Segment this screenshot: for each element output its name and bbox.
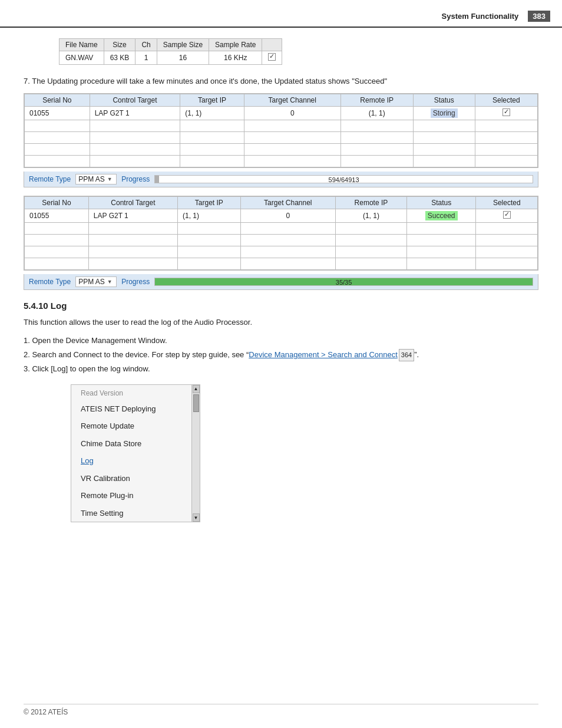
log-menu-item-vr[interactable]: VR Calibration bbox=[71, 470, 200, 487]
t2-status-col: Status bbox=[406, 196, 476, 209]
t1-targetip-cell: (1, 1) bbox=[180, 106, 244, 120]
scrollbar-up[interactable]: ▲ bbox=[193, 385, 200, 393]
file-table-wrapper: File Name Size Ch Sample Size Sample Rat… bbox=[59, 38, 538, 65]
t1-remoteip-col: Remote IP bbox=[340, 94, 413, 106]
t1-checkbox[interactable] bbox=[503, 108, 510, 116]
step2-suffix: ”. bbox=[414, 350, 419, 359]
status-badge-storing: Storing bbox=[431, 108, 458, 118]
page-header: System Functionality 383 bbox=[0, 0, 562, 28]
progress-text2: 35/35 bbox=[155, 278, 533, 286]
log-menu-item-plugin[interactable]: Remote Plug-in bbox=[71, 487, 200, 505]
remote-type-row1: Remote Type PPM AS ▼ Progress 594/64913 bbox=[24, 172, 538, 187]
sample-rate-cell: 16 KHz bbox=[209, 51, 262, 65]
log-menu-item-ateis[interactable]: ATEIS NET Deploying bbox=[71, 400, 200, 418]
t2-control-cell: LAP G2T 1 bbox=[88, 209, 177, 222]
dropdown-arrow2: ▼ bbox=[107, 279, 113, 285]
table1-section: Serial No Control Target Target IP Targe… bbox=[24, 93, 538, 187]
log-menu-item-time[interactable]: Time Setting bbox=[71, 505, 200, 522]
t2-serial-cell: 01055 bbox=[25, 209, 89, 222]
log-menu-wrapper: Read Version ATEIS NET Deploying Remote … bbox=[71, 384, 538, 523]
table-row bbox=[25, 131, 538, 143]
table-row bbox=[25, 222, 538, 234]
t1-control-col: Control Target bbox=[90, 94, 180, 106]
remote-type-select2[interactable]: PPM AS ▼ bbox=[75, 276, 117, 287]
file-name-cell: GN.WAV bbox=[59, 51, 104, 65]
progress-label2: Progress bbox=[121, 278, 150, 286]
remote-type-value1: PPM AS bbox=[78, 175, 105, 183]
table-row bbox=[25, 155, 538, 167]
log-menu: Read Version ATEIS NET Deploying Remote … bbox=[71, 384, 200, 523]
file-table-row: GN.WAV 63 KB 1 16 16 KHz bbox=[59, 51, 282, 65]
log-menu-item-readversion: Read Version bbox=[71, 385, 200, 400]
t2-control-col: Control Target bbox=[88, 196, 177, 209]
t1-remoteip-cell: (1, 1) bbox=[340, 106, 413, 120]
section-heading-log: 5.4.10 Log bbox=[24, 301, 538, 311]
scrollbar: ▲ ▼ bbox=[191, 385, 200, 522]
t2-targetip-col: Target IP bbox=[177, 196, 240, 209]
device-table2-wrapper: Serial No Control Target Target IP Targe… bbox=[24, 196, 538, 271]
t1-status-cell: Storing bbox=[413, 106, 475, 120]
t2-status-cell: Succeed bbox=[406, 209, 476, 222]
log-menu-item-chime[interactable]: Chime Data Store bbox=[71, 435, 200, 453]
device-management-link[interactable]: Device Management > Search and Connect bbox=[249, 350, 398, 359]
page-title: System Functionality bbox=[442, 12, 519, 21]
t2-selected-cell bbox=[476, 209, 538, 222]
table-row: 01055 LAP G2T 1 (1, 1) 0 (1, 1) Storing bbox=[25, 106, 538, 120]
progress-bar2: 35/35 bbox=[154, 278, 533, 286]
t1-control-cell: LAP G2T 1 bbox=[90, 106, 180, 120]
device-table1-wrapper: Serial No Control Target Target IP Targe… bbox=[24, 93, 538, 168]
remote-type-label1: Remote Type bbox=[29, 175, 71, 183]
remote-type-label2: Remote Type bbox=[29, 278, 71, 286]
ch-cell: 1 bbox=[135, 51, 157, 65]
page-footer: © 2012 ATEÍS bbox=[24, 704, 538, 716]
device-table2: Serial No Control Target Target IP Targe… bbox=[24, 196, 538, 270]
file-table: File Name Size Ch Sample Size Sample Rat… bbox=[59, 38, 282, 65]
table-row bbox=[25, 120, 538, 131]
main-content: File Name Size Ch Sample Size Sample Rat… bbox=[0, 28, 562, 546]
scrollbar-down[interactable]: ▼ bbox=[193, 513, 200, 522]
table-row bbox=[25, 246, 538, 258]
progress-text1: 594/64913 bbox=[155, 176, 533, 184]
list-item: 3. Click [Log] to open the log window. bbox=[24, 363, 538, 375]
t2-selected-col: Selected bbox=[476, 196, 538, 209]
remote-type-value2: PPM AS bbox=[78, 278, 105, 286]
table-row bbox=[25, 143, 538, 155]
section-intro: This function allows the user to read th… bbox=[24, 317, 538, 329]
step2-prefix: 2. Search and Connect to the device. For… bbox=[24, 350, 249, 359]
device-table1: Serial No Control Target Target IP Targe… bbox=[24, 94, 538, 167]
t1-serial-col: Serial No bbox=[25, 94, 90, 106]
log-menu-item-log[interactable]: Log bbox=[71, 452, 200, 470]
t2-targetch-col: Target Channel bbox=[240, 196, 335, 209]
t2-remoteip-cell: (1, 1) bbox=[336, 209, 407, 222]
t1-targetip-col: Target IP bbox=[180, 94, 244, 106]
sample-size-cell: 16 bbox=[157, 51, 209, 65]
t1-targetch-col: Target Channel bbox=[244, 94, 340, 106]
t1-selected-cell bbox=[475, 106, 537, 120]
sample-size-col-header: Sample Size bbox=[157, 39, 209, 51]
dropdown-arrow1: ▼ bbox=[107, 176, 113, 182]
t1-selected-col: Selected bbox=[475, 94, 537, 106]
copyright: © 2012 ATEÍS bbox=[24, 708, 68, 716]
step7-text: 7. The Updating procedure will take a fe… bbox=[24, 75, 538, 87]
file-checkbox[interactable] bbox=[268, 53, 276, 61]
table-row: 01055 LAP G2T 1 (1, 1) 0 (1, 1) Succeed bbox=[25, 209, 538, 222]
remote-type-select1[interactable]: PPM AS ▼ bbox=[75, 174, 117, 185]
t1-serial-cell: 01055 bbox=[25, 106, 90, 120]
table-row bbox=[25, 234, 538, 246]
progress-label1: Progress bbox=[121, 175, 150, 183]
t2-targetip-cell: (1, 1) bbox=[177, 209, 240, 222]
t2-remoteip-col: Remote IP bbox=[336, 196, 407, 209]
table2-section: Serial No Control Target Target IP Targe… bbox=[24, 196, 538, 290]
scrollbar-thumb[interactable] bbox=[193, 394, 199, 412]
table-row bbox=[25, 258, 538, 269]
list-item: 1. Open the Device Management Window. bbox=[24, 334, 538, 347]
size-col-header: Size bbox=[104, 39, 135, 51]
log-menu-item-remote-update[interactable]: Remote Update bbox=[71, 417, 200, 435]
t2-checkbox[interactable] bbox=[503, 211, 511, 219]
check-col-header bbox=[262, 39, 282, 51]
sample-rate-col-header: Sample Rate bbox=[209, 39, 262, 51]
t1-targetch-cell: 0 bbox=[244, 106, 340, 120]
t1-status-col: Status bbox=[413, 94, 475, 106]
file-name-col-header: File Name bbox=[59, 39, 104, 51]
file-checked-cell bbox=[262, 51, 282, 65]
